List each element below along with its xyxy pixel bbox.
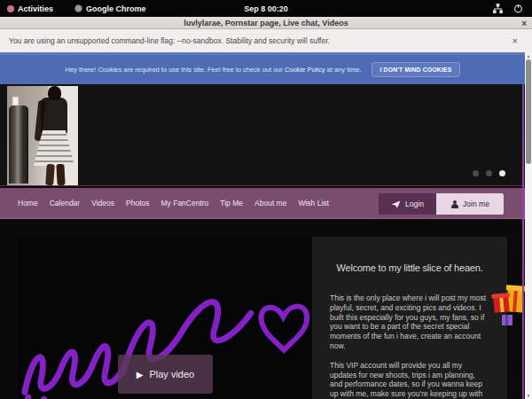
- page-scrollbar[interactable]: ▲ ▼: [525, 52, 532, 399]
- scroll-down-icon[interactable]: ▼: [527, 392, 531, 399]
- nav-item-calendar[interactable]: Calendar: [50, 199, 81, 207]
- cookie-policy-link[interactable]: Cookie Policy: [285, 66, 325, 74]
- carousel-dot[interactable]: [473, 170, 479, 176]
- welcome-heading: Welcome to my little slice of heaen.: [330, 262, 489, 273]
- clock[interactable]: Sep 8 00:20: [0, 4, 532, 13]
- cookie-message: Hey there! Cookies are required to use t…: [65, 66, 361, 74]
- video-panel: ▶ Play video: [18, 237, 312, 399]
- photo-person-torso: [41, 98, 67, 135]
- profile-photo[interactable]: [7, 86, 78, 185]
- photo-heater: [9, 106, 28, 184]
- flag-warning-bar: You are using an unsupported command-lin…: [0, 29, 532, 52]
- nav-item-home[interactable]: Home: [18, 199, 38, 207]
- play-video-button[interactable]: ▶ Play video: [118, 355, 213, 394]
- gift-icon: [493, 296, 509, 312]
- carousel-dot[interactable]: [486, 170, 492, 176]
- cookie-banner: Hey there! Cookies are required to use t…: [0, 52, 525, 84]
- cookie-message-post: at any time.: [325, 66, 362, 74]
- about-paragraph-1: This is the only place where i will post…: [330, 293, 489, 351]
- window-title: luvlylarae, Pornstar page, Live chat, Vi…: [184, 19, 348, 27]
- photo-person-leg: [56, 164, 65, 185]
- nav-item-my-fancentro[interactable]: My FanCentro: [161, 199, 209, 207]
- warning-close-icon[interactable]: ×: [512, 35, 523, 46]
- scrollbar-thumb[interactable]: [526, 59, 531, 164]
- page-edge-divider: [522, 84, 524, 399]
- power-icon[interactable]: [513, 4, 523, 13]
- gnome-top-bar: Activities Google Chrome Sep 8 00:20: [0, 0, 532, 17]
- photo-person-head: [48, 86, 61, 100]
- about-paragraph-2: This VIP account will provide you all my…: [330, 361, 489, 399]
- cookie-accept-button[interactable]: I DON'T MIND COOKIES: [372, 62, 459, 77]
- system-tray: [493, 4, 532, 13]
- carousel-dots: [473, 170, 505, 176]
- about-panel: Welcome to my little slice of heaen. Thi…: [312, 237, 507, 399]
- scroll-up-icon[interactable]: ▲: [527, 52, 531, 59]
- nav-item-wish-list[interactable]: Wish List: [298, 199, 328, 207]
- window-close-button[interactable]: ×: [521, 17, 527, 29]
- browser-viewport: Hey there! Cookies are required to use t…: [0, 52, 532, 399]
- play-video-label: Play video: [149, 369, 194, 379]
- login-button[interactable]: Login: [379, 193, 436, 215]
- gift-icon: [502, 315, 512, 325]
- nav-item-tip-me[interactable]: Tip Me: [220, 199, 243, 207]
- login-label: Login: [405, 200, 424, 208]
- nav-item-about-me[interactable]: About me: [254, 199, 286, 207]
- window-titlebar[interactable]: luvlylarae, Pornstar page, Live chat, Vi…: [0, 17, 532, 29]
- play-icon: ▶: [137, 370, 144, 379]
- screen: Activities Google Chrome Sep 8 00:20 luv…: [0, 0, 532, 399]
- nav-item-videos[interactable]: Videos: [91, 199, 114, 207]
- carousel-dot-active[interactable]: [499, 170, 505, 176]
- join-label: Join me: [463, 200, 489, 208]
- main-nav: Home Calendar Videos Photos My FanCentro…: [0, 188, 525, 219]
- hero-carousel: [0, 84, 525, 186]
- nav-item-photos[interactable]: Photos: [126, 199, 149, 207]
- user-icon: [450, 200, 458, 208]
- send-icon: [391, 200, 401, 208]
- photo-person-leg: [45, 164, 55, 185]
- gifts-widget[interactable]: [494, 286, 526, 338]
- cookie-message-pre: Hey there! Cookies are required to use t…: [65, 66, 285, 74]
- join-me-button[interactable]: Join me: [436, 193, 504, 215]
- network-icon[interactable]: [493, 4, 503, 13]
- photo-light-switch: [12, 97, 19, 106]
- warning-text: You are using an unsupported command-lin…: [9, 36, 330, 45]
